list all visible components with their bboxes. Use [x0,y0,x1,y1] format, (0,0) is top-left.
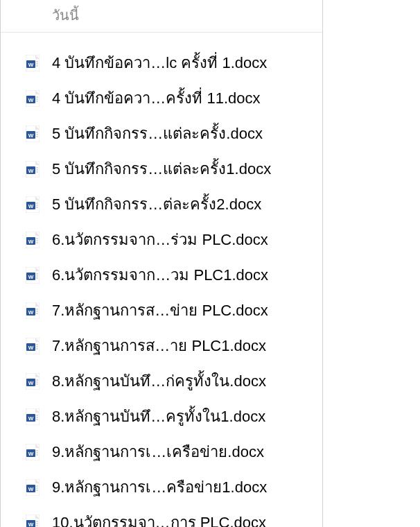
word-doc-icon: W [26,479,40,496]
file-name-label: 9.หลักฐานการเ…ครือข่าย1.docx [52,475,267,499]
file-item[interactable]: W 4 บันทึกข้อควา…ครั้งที่ 11.docx [1,80,322,116]
file-name-label: 9.หลักฐานการเ…เครือข่าย.docx [52,440,264,464]
word-doc-icon: W [26,408,40,425]
word-doc-icon: W [26,55,40,71]
svg-text:W: W [28,485,34,492]
file-item[interactable]: W 7.หลักฐานการส…ข่าย PLC.docx [1,293,322,328]
file-item[interactable]: W 6.นวัตกรรมจาก…วม PLC1.docx [1,257,322,293]
file-name-label: 6.นวัตกรรมจาก…ร่วม PLC.docx [52,227,268,252]
file-list-panel: วันนี้ W 4 บันทึกข้อควา…lc ครั้งที่ 1.do… [0,0,323,527]
file-name-label: 8.หลักฐานบันทึ…ก่ครูทั้งใน.docx [52,369,266,393]
word-doc-icon: W [26,196,40,213]
date-header: วันนี้ [1,0,322,33]
file-item[interactable]: W 4 บันทึกข้อควา…lc ครั้งที่ 1.docx [1,45,322,80]
word-doc-icon: W [26,444,40,460]
file-item[interactable]: W 5 บันทึกกิจกรร…แต่ละครั้ง1.docx [1,151,322,187]
svg-text:W: W [28,379,34,386]
word-doc-icon: W [26,232,40,248]
svg-text:W: W [28,450,34,456]
file-name-label: 6.นวัตกรรมจาก…วม PLC1.docx [52,263,268,287]
svg-text:W: W [28,96,34,103]
word-doc-icon: W [26,161,40,178]
file-item[interactable]: W 5 บันทึกกิจกรร…ต่ละครั้ง2.docx [1,187,322,222]
svg-text:W: W [28,202,34,209]
file-name-label: 5 บันทึกกิจกรร…ต่ละครั้ง2.docx [52,192,261,216]
word-doc-icon: W [26,267,40,284]
file-item[interactable]: W 7.หลักฐานการส…าย PLC1.docx [1,328,322,363]
svg-text:W: W [28,273,34,279]
word-doc-icon: W [26,373,40,390]
file-name-label: 4 บันทึกข้อควา…ครั้งที่ 11.docx [52,86,261,110]
date-header-label: วันนี้ [52,8,79,23]
svg-text:W: W [28,238,34,244]
file-name-label: 5 บันทึกกิจกรร…แต่ละครั้ง.docx [52,121,263,146]
file-item[interactable]: W 9.หลักฐานการเ…ครือข่าย1.docx [1,469,322,505]
file-item[interactable]: W 9.หลักฐานการเ…เครือข่าย.docx [1,434,322,469]
word-doc-icon: W [26,515,40,528]
svg-text:W: W [28,132,34,138]
file-item[interactable]: W 5 บันทึกกิจกรร…แต่ละครั้ง.docx [1,116,322,151]
file-name-label: 7.หลักฐานการส…ข่าย PLC.docx [52,298,268,322]
svg-text:W: W [28,521,34,527]
file-name-label: 8.หลักฐานบันทึ…ครูทั้งใน1.docx [52,404,265,429]
file-item[interactable]: W 8.หลักฐานบันทึ…ครูทั้งใน1.docx [1,399,322,434]
file-name-label: 5 บันทึกกิจกรร…แต่ละครั้ง1.docx [52,157,271,181]
svg-text:W: W [28,167,34,173]
file-name-label: 4 บันทึกข้อควา…lc ครั้งที่ 1.docx [52,51,267,75]
svg-text:W: W [28,309,34,315]
svg-text:W: W [28,344,34,350]
file-list: W 4 บันทึกข้อควา…lc ครั้งที่ 1.docx W 4 … [1,33,322,527]
svg-text:W: W [28,61,34,67]
file-item[interactable]: W 10.นวัตกรรมจา…การ PLC.docx [1,505,322,527]
word-doc-icon: W [26,90,40,107]
file-name-label: 10.นวัตกรรมจา…การ PLC.docx [52,510,266,527]
word-doc-icon: W [26,338,40,354]
word-doc-icon: W [26,302,40,319]
svg-text:W: W [28,415,34,421]
file-name-label: 7.หลักฐานการส…าย PLC1.docx [52,334,266,358]
file-item[interactable]: W 6.นวัตกรรมจาก…ร่วม PLC.docx [1,222,322,257]
word-doc-icon: W [26,126,40,142]
file-item[interactable]: W 8.หลักฐานบันทึ…ก่ครูทั้งใน.docx [1,363,322,399]
